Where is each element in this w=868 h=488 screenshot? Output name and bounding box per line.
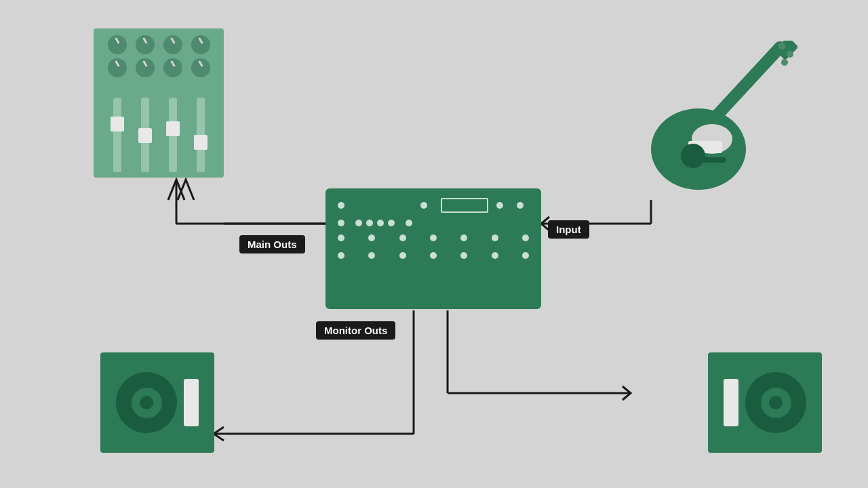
- iface-r4-d5: [460, 252, 467, 259]
- iface-r4-d6: [492, 252, 498, 259]
- speaker-right-bar: [724, 379, 738, 426]
- iface-dot-tr2: [517, 202, 524, 209]
- fader-track-3: [169, 98, 177, 172]
- speaker-right: [708, 352, 822, 453]
- monitor-outs-label: Monitor Outs: [316, 321, 395, 340]
- svg-point-15: [681, 144, 705, 168]
- svg-point-17: [778, 43, 785, 49]
- speaker-right-inner: [761, 388, 791, 418]
- iface-r3-d1: [338, 235, 344, 241]
- mixer-knob-8: [191, 58, 210, 77]
- led-4: [388, 220, 395, 226]
- speaker-left-bar: [184, 379, 199, 426]
- iface-r4-d4: [430, 252, 437, 259]
- mixer-faders: [94, 84, 224, 172]
- iface-r3-d3: [399, 235, 406, 241]
- speaker-left-center: [140, 396, 153, 409]
- mixer-knob-5: [108, 58, 127, 77]
- fader-handle-4: [194, 135, 208, 150]
- iface-r4-d1: [338, 252, 344, 259]
- mixer-knob-7: [163, 58, 182, 77]
- svg-point-19: [781, 59, 788, 66]
- led-3: [377, 220, 384, 226]
- interface-row3: [326, 229, 541, 247]
- led-2: [366, 220, 373, 226]
- iface-r3-d5: [460, 235, 467, 241]
- speaker-right-cone: [745, 372, 806, 433]
- guitar-svg: [644, 41, 800, 197]
- interface-row1: [326, 188, 541, 217]
- iface-dot-tm: [420, 202, 427, 209]
- svg-rect-16: [702, 157, 726, 163]
- speaker-left-cone: [116, 372, 177, 433]
- speaker-left: [100, 352, 214, 453]
- led-1: [355, 220, 362, 226]
- mixer-knob-2: [136, 35, 155, 54]
- speaker-right-center: [769, 396, 783, 409]
- mixer-knobs-row1: [94, 28, 224, 58]
- fader-track-4: [197, 98, 205, 172]
- iface-dot-ml: [338, 220, 344, 226]
- mixer-knob-3: [163, 35, 182, 54]
- iface-display: [441, 198, 488, 213]
- mixer-knob-6: [136, 58, 155, 77]
- iface-dot-mr: [406, 220, 412, 226]
- svg-point-18: [787, 51, 793, 58]
- input-label: Input: [548, 220, 589, 239]
- mixer-knobs-row2: [94, 58, 224, 84]
- iface-dot-tr1: [496, 202, 503, 209]
- fader-track-2: [141, 98, 149, 172]
- main-outs-label: Main Outs: [239, 235, 305, 253]
- audio-interface: [326, 188, 541, 309]
- interface-row4: [326, 247, 541, 264]
- fader-handle-1: [111, 117, 124, 131]
- led-group: [355, 220, 395, 226]
- iface-r3-d2: [368, 235, 375, 241]
- mixer: [94, 28, 224, 178]
- iface-r3-d6: [492, 235, 498, 241]
- speaker-left-inner: [132, 388, 162, 418]
- iface-r4-d7: [522, 252, 529, 259]
- iface-r3-d4: [430, 235, 437, 241]
- fader-handle-2: [138, 128, 152, 143]
- iface-dot-tl: [338, 202, 344, 209]
- fader-handle-3: [166, 121, 180, 136]
- iface-r3-d7: [522, 235, 529, 241]
- fader-track-1: [113, 98, 121, 172]
- mixer-knob-4: [191, 35, 210, 54]
- iface-r4-d2: [368, 252, 375, 259]
- mixer-knob-1: [108, 35, 127, 54]
- guitar: [644, 41, 800, 197]
- interface-row2: [326, 217, 541, 229]
- iface-r4-d3: [399, 252, 406, 259]
